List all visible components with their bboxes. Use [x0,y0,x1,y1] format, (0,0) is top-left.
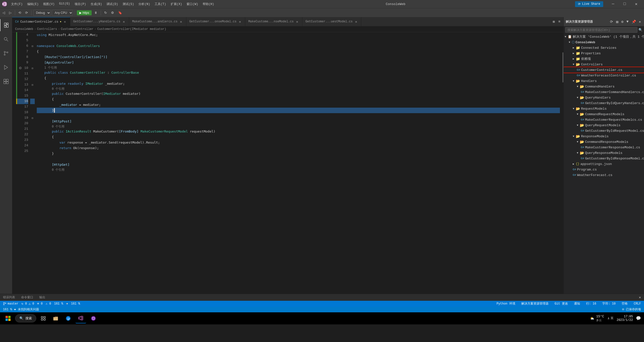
edge-taskbar[interactable] [63,313,74,323]
zoom-status[interactable]: 161 % [3,308,12,311]
status-warnings[interactable]: ⚠ 0 [45,302,52,306]
tree-weatherforecastcontroller[interactable]: C# WeatherForecastController.cs [564,73,644,78]
tree-getcustomerbyidrequestmodel[interactable]: C# GetCustomerByIdRequestModel.cs [564,128,644,134]
bottom-panel-close[interactable]: ✕ [638,295,642,300]
maximize-button[interactable]: □ [619,0,630,8]
status-zoom[interactable]: 161 % [53,302,64,306]
tree-makecustomerresponsemodel[interactable]: C# MakeCustomerResponseModel.cs [564,145,644,150]
code-content[interactable]: using Microsoft.AspNetCore.Mvc; namespac… [35,32,560,294]
status-git-branch[interactable]: master [2,302,19,306]
toolbar-back[interactable]: ◁ [1,10,7,15]
taskbar-search[interactable]: 🔍 搜索 [15,314,36,322]
status-notify[interactable]: 通知 [573,302,581,306]
tab-makecustomerresponse[interactable]: MakeCustome...nseModel.cs ✕ [245,17,302,26]
file-explorer-taskbar[interactable] [50,313,61,323]
fold-13[interactable]: ⊟ [32,83,33,87]
tree-makecustomerrequestmodel[interactable]: C# MakeCustomerRequestModelcs.cs [564,117,644,122]
status-line[interactable]: 行: 16 [585,302,597,306]
run-button[interactable]: ▶ https [77,10,92,15]
platform-dropdown[interactable]: Any CPU [52,10,73,16]
saved-items-label[interactable]: ⊡ 已保存的项 [622,307,641,312]
breadcrumb-part-2[interactable]: CustomerController [61,27,94,31]
live-share-button[interactable]: ⟳ Live Share [575,1,603,7]
split-editor-icon[interactable]: ⊞ [552,19,556,24]
tab-close-btn[interactable]: ✕ [295,20,299,24]
status-circle[interactable]: ● [65,302,69,306]
solution-search-input[interactable] [565,27,637,33]
git-icon[interactable] [0,47,12,59]
menu-file[interactable]: 文件(F) [9,2,25,7]
menu-help[interactable]: 帮助(H) [201,2,216,7]
tree-getcustomerbyidqueryhandlers[interactable]: C# GetCustomerByIdQueryHandlers.cs [564,100,644,106]
status-env[interactable]: Python 环境 [495,302,516,306]
tree-requestmodels[interactable]: ▼ 📂 RequestModels [564,106,644,111]
tree-commandhandlers[interactable]: ▼ 📂 CommandHandlers [564,84,644,89]
tab-close-btn[interactable]: ✕ [238,20,242,24]
tab-close-btn[interactable]: ✕ [354,20,358,24]
solution-icon-settings[interactable]: ⚙ [620,19,624,24]
bottom-tab-errors[interactable]: 错误列表 [0,294,18,301]
solution-search-btn[interactable]: 🔍 [638,28,642,32]
tree-program[interactable]: C# Program.cs [564,167,644,172]
more-tabs-icon[interactable]: ≡ [557,19,561,24]
vs-taskbar-active[interactable] [76,313,86,323]
status-char[interactable]: 字符: 10 [601,302,617,306]
menu-view[interactable]: 视图(V) [41,2,57,7]
menu-project[interactable]: 项目(P) [73,2,88,7]
search-icon[interactable] [0,33,12,45]
menu-window[interactable]: 窗口(W) [185,2,200,7]
explorer-icon[interactable] [0,19,12,31]
bottom-tab-command[interactable]: 命令窗口 [18,294,36,301]
toolbar-bookmark[interactable]: 🔖 [117,10,124,15]
menu-tools[interactable]: 工具(T) [153,2,168,7]
debug-mode-dropdown[interactable]: Debug [33,10,51,16]
status-solution-explorer-tab[interactable]: 解决方案资源管理器 [520,302,550,306]
tree-queryrequestmodels[interactable]: ▼ 📂 QueryRequestModels [564,122,644,128]
status-no-problems[interactable]: 161 % [70,302,81,306]
status-spaces[interactable]: 空格 [621,302,629,306]
notification-icon[interactable]: 💬 [636,316,641,321]
tree-controllers-folder[interactable]: ▼ 📂 Controllers [564,62,644,67]
tree-solution-root[interactable]: ▼ 📋 解决方案 'ConsoleWeb' (1 个项目，共 1 个) [564,34,644,39]
tree-commandrequestmodels[interactable]: ▼ 📂 CommandRequestModels [564,111,644,117]
toolbar-pause[interactable]: ⏸ [93,10,99,15]
tree-responsemodels[interactable]: ▼ 📂 ResponseModels [564,134,644,139]
menu-edit[interactable]: 编辑(E) [25,2,41,7]
toolbar-step-over[interactable]: ↻ [103,10,109,15]
purple-app-taskbar[interactable] [88,313,99,323]
extensions-icon[interactable] [0,75,12,88]
solution-icon-collapse[interactable]: ▤ [615,19,619,24]
debug-icon[interactable] [0,61,12,73]
tab-getcustomerhandlers[interactable]: GetCustomer...yHandlers.cs ✕ [70,17,129,26]
taskview-button[interactable] [38,313,48,323]
menu-analyze[interactable]: 分析(N) [136,2,152,7]
tab-customercontroller[interactable]: C# CustomerController.cs ● ✕ [12,17,70,26]
tree-properties[interactable]: ▶ 📁 Properties [564,51,644,56]
status-sync[interactable]: ↻ 0 △ 0 [20,302,35,306]
tree-handlers-folder[interactable]: ▼ 📂 Handlers [564,78,644,84]
menu-build[interactable]: 生成(B) [89,2,104,7]
toolbar-undo[interactable]: ⟲ [17,10,23,15]
breadcrumb-part-1[interactable]: Controllers [37,27,57,31]
solution-close[interactable]: ✕ [638,19,642,24]
toolbar-attach[interactable]: ⚙ [110,10,116,15]
taskbar-clock[interactable]: 17:05 2023/1/22 [615,315,635,322]
tree-customercontroller[interactable]: C# CustomerController.cs [564,67,644,73]
tab-getcustomerrequest[interactable]: GetCustomer...uestModel.cs ✕ [302,17,361,26]
status-errors[interactable]: ⊗ 0 [36,302,44,306]
solution-icon-sync[interactable]: ⟳ [609,19,614,24]
solution-icon-pin[interactable]: 📌 [631,19,637,24]
bottom-tab-output[interactable]: 输出 [36,294,48,301]
tab-close-btn[interactable]: ✕ [122,20,126,24]
close-button[interactable]: ✕ [630,0,642,8]
language-indicator[interactable]: 英 [611,316,614,320]
menu-test[interactable]: 测试(S) [121,2,136,7]
menu-git[interactable]: Git(G) [57,2,72,7]
tree-commandresponsemodels[interactable]: ▼ 📂 ConmmandResponseModels [564,139,644,145]
tree-consoleweb[interactable]: ▼ ⬡ ConsoleWeb [564,39,644,45]
tab-makecustomerhandler[interactable]: MakeCustome...andlercs.cs ✕ [129,17,186,26]
tree-weatherforecast[interactable]: C# WeatherForecast.cs [564,172,644,178]
solution-icon-filter[interactable]: ▼ [625,19,629,24]
editor-scrollbar[interactable] [560,32,563,294]
tree-appsettings[interactable]: ▶ {} appsettings.json [564,161,644,167]
